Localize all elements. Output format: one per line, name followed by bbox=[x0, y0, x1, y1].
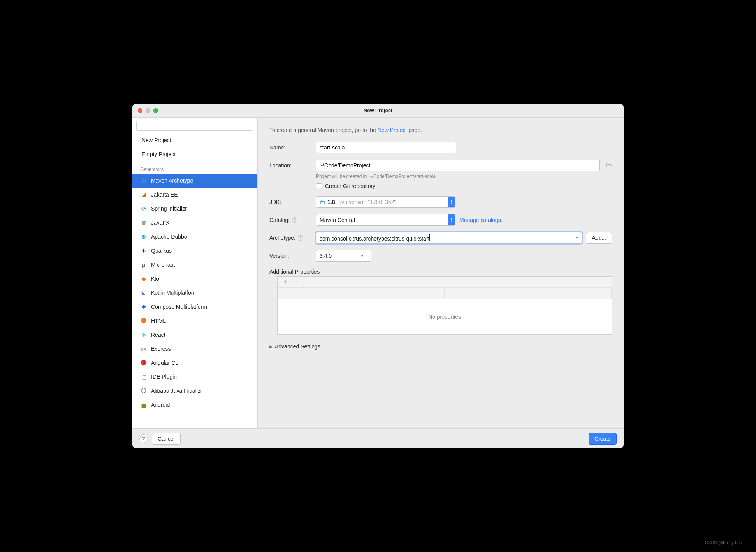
version-row: Version: 3.4.0 ▼ bbox=[269, 250, 612, 262]
sidebar-item-ktor[interactable]: ◆Ktor bbox=[132, 272, 257, 286]
window-title: New Project bbox=[132, 107, 624, 113]
quarkus-icon: ✶ bbox=[140, 247, 147, 254]
jdk-dropdown[interactable]: 🗀 1.8 java version "1.8.0_352" ▲▼ bbox=[316, 196, 455, 208]
sidebar-item-quarkus[interactable]: ✶Quarkus bbox=[132, 244, 257, 258]
sidebar-item-react[interactable]: ⚛React bbox=[132, 328, 257, 342]
spring-icon: ⟳ bbox=[140, 205, 147, 212]
advanced-settings-toggle[interactable]: ▶ Advanced Settings bbox=[269, 343, 612, 350]
create-button[interactable]: Create bbox=[589, 433, 617, 445]
archetype-combobox[interactable]: com.consol.citrus.archetypes:citrus-quic… bbox=[316, 232, 582, 244]
express-icon: ex bbox=[140, 345, 147, 352]
sidebar-item-android[interactable]: ▅Android bbox=[132, 398, 257, 412]
chevron-down-icon: ▼ bbox=[360, 254, 368, 258]
chevron-down-icon: ▼ bbox=[575, 236, 578, 240]
sidebar-item-label: JavaFX bbox=[151, 220, 169, 226]
sidebar-item-label: Angular CLI bbox=[151, 360, 180, 366]
maven-icon: m bbox=[140, 177, 147, 184]
catalog-label: Catalog: ? bbox=[269, 217, 316, 223]
sidebar-item-label: Express bbox=[151, 346, 171, 352]
android-icon: ▅ bbox=[140, 401, 147, 408]
sidebar-item-label: React bbox=[151, 332, 165, 338]
generator-list: mMaven Archetype◢Jakarta EE⟳Spring Initi… bbox=[132, 174, 257, 412]
titlebar: New Project bbox=[132, 104, 624, 118]
sidebar-item-micronaut[interactable]: μMicronaut bbox=[132, 258, 257, 272]
sidebar-item-alibaba-java-initializr[interactable]: 〔〕Alibaba Java Initializr bbox=[132, 384, 257, 398]
dubbo-icon: ⊜ bbox=[140, 233, 147, 240]
additional-properties-title: Additional Properties bbox=[269, 269, 612, 275]
sidebar-item-html[interactable]: 🅗HTML bbox=[132, 314, 257, 328]
sidebar-item-javafx[interactable]: ▣JavaFX bbox=[132, 216, 257, 230]
html-icon: 🅗 bbox=[140, 317, 147, 324]
sidebar-item-apache-dubbo[interactable]: ⊜Apache Dubbo bbox=[132, 230, 257, 244]
cancel-button[interactable]: Cancel bbox=[152, 433, 181, 445]
jdk-row: JDK: 🗀 1.8 java version "1.8.0_352" ▲▼ bbox=[269, 196, 612, 208]
sidebar-item-label: Spring Initializr bbox=[151, 206, 187, 212]
search-input[interactable] bbox=[136, 121, 253, 131]
sidebar-item-label: Ktor bbox=[151, 276, 161, 282]
sidebar-item-compose-multiplatform[interactable]: ❖Compose Multiplatform bbox=[132, 300, 257, 314]
chevron-updown-icon: ▲▼ bbox=[448, 214, 455, 225]
folder-icon: 🗀 bbox=[320, 199, 325, 205]
sidebar: New Project Empty Project Generators mMa… bbox=[132, 118, 258, 428]
chevron-right-icon: ▶ bbox=[269, 345, 273, 349]
intro-link[interactable]: New Project bbox=[378, 127, 407, 133]
browse-folder-icon[interactable]: 🗁 bbox=[606, 162, 612, 169]
sidebar-item-kotlin-multiplatform[interactable]: ◣Kotlin Multiplatform bbox=[132, 286, 257, 300]
help-button[interactable]: ? bbox=[139, 434, 148, 443]
kotlin-icon: ◣ bbox=[140, 289, 147, 296]
version-dropdown[interactable]: 3.4.0 ▼ bbox=[316, 250, 371, 262]
jakarta-icon: ◢ bbox=[140, 191, 147, 198]
archetype-row: Archetype: ? com.consol.citrus.archetype… bbox=[269, 232, 612, 244]
sidebar-item-label: HTML bbox=[151, 318, 166, 324]
dialog-body: New Project Empty Project Generators mMa… bbox=[132, 118, 624, 428]
help-icon[interactable]: ? bbox=[292, 217, 297, 223]
sidebar-item-jakarta-ee[interactable]: ◢Jakarta EE bbox=[132, 188, 257, 202]
git-label: Create Git repository bbox=[325, 183, 375, 189]
properties-header bbox=[278, 288, 612, 299]
sidebar-item-ide-plugin[interactable]: ⬚IDE Plugin bbox=[132, 370, 257, 384]
catalog-row: Catalog: ? Maven Central ▲▼ Manage catal… bbox=[269, 214, 612, 226]
sidebar-item-label: Quarkus bbox=[151, 248, 172, 254]
search-row bbox=[132, 118, 257, 133]
add-property-icon[interactable]: ＋ bbox=[282, 278, 288, 286]
location-row: Location: 🗁 bbox=[269, 160, 612, 171]
archetype-label: Archetype: ? bbox=[269, 235, 316, 241]
name-label: Name: bbox=[269, 144, 316, 151]
angular-icon: 🅐 bbox=[140, 359, 147, 366]
add-archetype-button[interactable]: Add... bbox=[586, 232, 612, 244]
location-label: Location: bbox=[269, 162, 316, 169]
sidebar-item-label: Alibaba Java Initializr bbox=[151, 388, 202, 394]
git-checkbox-row[interactable]: Create Git repository bbox=[316, 183, 612, 189]
manage-catalogs-link[interactable]: Manage catalogs... bbox=[459, 217, 505, 223]
sidebar-item-empty-project[interactable]: Empty Project bbox=[132, 147, 257, 161]
git-checkbox[interactable] bbox=[316, 183, 322, 189]
additional-properties-box: ＋ － No properties bbox=[277, 276, 612, 335]
sidebar-item-new-project[interactable]: New Project bbox=[132, 133, 257, 147]
location-hint: Project will be created in: ~/Code/DemoP… bbox=[316, 174, 612, 179]
sidebar-item-express[interactable]: exExpress bbox=[132, 342, 257, 356]
dialog-footer: ? Cancel Create bbox=[132, 428, 624, 448]
chevron-updown-icon: ▲▼ bbox=[448, 197, 455, 207]
name-input[interactable] bbox=[316, 142, 456, 153]
sidebar-item-label: Maven Archetype bbox=[151, 178, 193, 184]
javafx-icon: ▣ bbox=[140, 219, 147, 226]
sidebar-item-spring-initializr[interactable]: ⟳Spring Initializr bbox=[132, 202, 257, 216]
catalog-dropdown[interactable]: Maven Central ▲▼ bbox=[316, 214, 455, 226]
help-icon[interactable]: ? bbox=[298, 235, 303, 241]
properties-toolbar: ＋ － bbox=[278, 277, 612, 288]
sidebar-item-label: New Project bbox=[142, 137, 171, 143]
sidebar-item-angular-cli[interactable]: 🅐Angular CLI bbox=[132, 356, 257, 370]
sidebar-heading-generators: Generators bbox=[132, 161, 257, 174]
sidebar-item-label: IDE Plugin bbox=[151, 374, 177, 380]
location-input[interactable] bbox=[316, 160, 600, 171]
remove-property-icon: － bbox=[293, 278, 299, 286]
sidebar-item-label: Micronaut bbox=[151, 262, 175, 268]
sidebar-item-label: Empty Project bbox=[142, 151, 176, 157]
sidebar-item-label: Android bbox=[151, 402, 170, 408]
ktor-icon: ◆ bbox=[140, 275, 147, 282]
jdk-label: JDK: bbox=[269, 199, 316, 205]
version-label: Version: bbox=[269, 253, 316, 259]
sidebar-item-label: Apache Dubbo bbox=[151, 234, 187, 240]
watermark: CSDN @ha_lydms bbox=[705, 540, 742, 545]
sidebar-item-maven-archetype[interactable]: mMaven Archetype bbox=[132, 174, 257, 188]
